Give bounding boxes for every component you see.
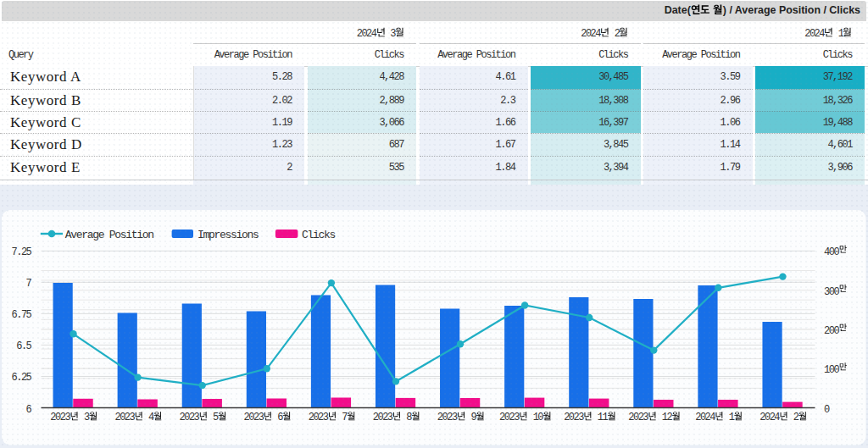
svg-text:100: 100 (824, 364, 839, 376)
svg-text:2023: 2023 (114, 412, 135, 423)
svg-text:11: 11 (598, 412, 609, 423)
svg-text:7.25: 7.25 (11, 246, 31, 258)
svg-text:2024: 2024 (695, 412, 715, 423)
svg-text:Impressions: Impressions (198, 229, 259, 241)
svg-text:6.5: 6.5 (16, 340, 31, 352)
svg-text:Clicks: Clicks (302, 229, 336, 241)
svg-text:2024: 2024 (760, 412, 780, 423)
svg-text:6.25: 6.25 (11, 372, 31, 384)
svg-text:10: 10 (533, 412, 544, 423)
svg-text:2023: 2023 (564, 412, 584, 423)
svg-text:2023: 2023 (180, 412, 200, 423)
svg-text:2023: 2023 (373, 412, 393, 423)
svg-text:400: 400 (824, 246, 839, 258)
svg-text:300: 300 (824, 286, 839, 298)
svg-text:6.75: 6.75 (11, 309, 31, 321)
svg-text:200: 200 (824, 325, 839, 337)
svg-text:2023: 2023 (309, 412, 329, 423)
svg-text:2023: 2023 (628, 412, 648, 423)
svg-text:12: 12 (662, 412, 673, 423)
svg-text:Average Position: Average Position (65, 229, 154, 241)
svg-text:2023: 2023 (50, 412, 70, 423)
svg-text:2023: 2023 (244, 412, 264, 423)
svg-text:2023: 2023 (499, 412, 520, 423)
svg-text:2023: 2023 (437, 412, 458, 423)
